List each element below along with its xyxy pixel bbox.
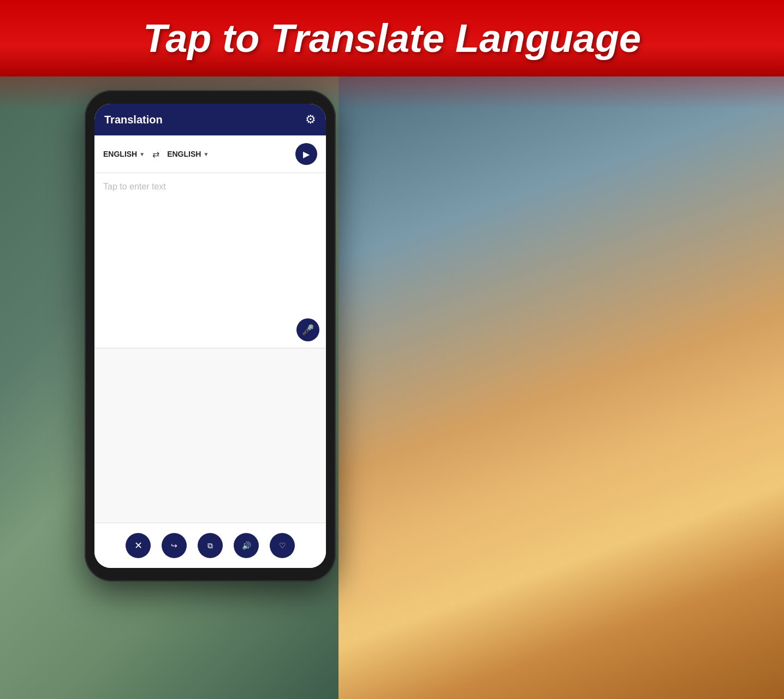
translate-arrow-icon: ▶ bbox=[303, 149, 310, 159]
app-title: Translation bbox=[104, 114, 163, 126]
target-language-label: ENGLISH bbox=[167, 150, 201, 158]
swap-languages-icon[interactable]: ⇄ bbox=[152, 149, 159, 159]
action-bar: ✕ ↪ ⧉ 🔊 ♡ bbox=[94, 523, 326, 568]
favorite-button[interactable]: ♡ bbox=[270, 533, 295, 558]
language-bar: ENGLISH ▼ ⇄ ENGLISH ▼ ▶ bbox=[94, 135, 326, 173]
source-language-selector[interactable]: ENGLISH ▼ bbox=[103, 150, 145, 158]
clear-icon: ✕ bbox=[134, 540, 142, 552]
clear-button[interactable]: ✕ bbox=[126, 533, 151, 558]
header-bar: Tap to Translate Language bbox=[0, 0, 784, 76]
microphone-button[interactable]: 🎤 bbox=[296, 318, 319, 341]
source-chevron-icon: ▼ bbox=[139, 151, 145, 157]
copy-icon: ⧉ bbox=[207, 541, 213, 550]
speaker-icon: 🔊 bbox=[242, 541, 251, 550]
share-button[interactable]: ↪ bbox=[162, 533, 187, 558]
phone-device: Translation ⚙ ENGLISH ▼ ⇄ ENGLISH ▼ ▶ bbox=[85, 90, 336, 582]
app-header: Translation ⚙ bbox=[94, 104, 326, 135]
phone-screen: Translation ⚙ ENGLISH ▼ ⇄ ENGLISH ▼ ▶ bbox=[94, 104, 326, 568]
translate-button[interactable]: ▶ bbox=[295, 143, 317, 165]
phone-body: Translation ⚙ ENGLISH ▼ ⇄ ENGLISH ▼ ▶ bbox=[85, 90, 336, 582]
heart-icon: ♡ bbox=[279, 541, 286, 550]
text-input-area[interactable]: Tap to enter text 🎤 bbox=[94, 173, 326, 348]
copy-button[interactable]: ⧉ bbox=[198, 533, 223, 558]
translation-output-area bbox=[94, 348, 326, 523]
microphone-icon: 🎤 bbox=[302, 324, 314, 336]
target-language-selector[interactable]: ENGLISH ▼ bbox=[167, 150, 209, 158]
settings-icon[interactable]: ⚙ bbox=[305, 112, 316, 127]
input-placeholder-text: Tap to enter text bbox=[103, 182, 166, 191]
source-language-label: ENGLISH bbox=[103, 150, 137, 158]
speaker-button[interactable]: 🔊 bbox=[234, 533, 259, 558]
page-title: Tap to Translate Language bbox=[143, 16, 641, 61]
share-icon: ↪ bbox=[171, 541, 177, 550]
target-chevron-icon: ▼ bbox=[203, 151, 209, 157]
